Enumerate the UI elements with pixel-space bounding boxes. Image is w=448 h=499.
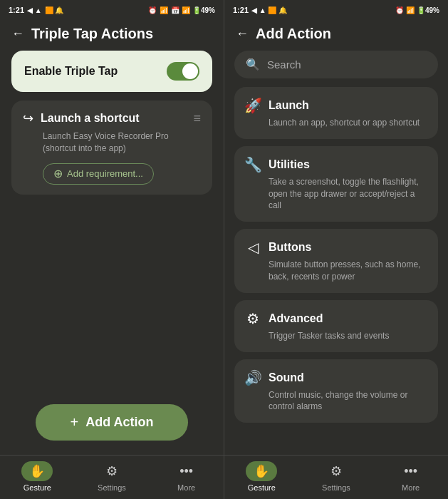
more-icon-wrap: ••• <box>171 461 202 481</box>
gesture-icon-wrap: ✋ <box>21 461 53 481</box>
settings-label: Settings <box>98 483 126 492</box>
launch-shortcut-icon: ↪ <box>23 110 33 126</box>
gesture-label: Gesture <box>24 483 51 492</box>
right-header: ← Add Action <box>224 20 448 51</box>
more-label: More <box>177 483 195 492</box>
right-gesture-label: Gesture <box>248 483 276 492</box>
enable-triple-tap-card: Enable Triple Tap <box>11 51 212 92</box>
gesture-icon: ✋ <box>29 463 45 479</box>
add-req-circle-icon: ⊕ <box>53 168 63 180</box>
utilities-icon: 🔧 <box>244 156 261 173</box>
action-card-desc: Launch Easy Voice Recorder Pro (shortcut… <box>43 130 201 155</box>
left-content: Enable Triple Tap ↪ Launch a shortcut ≡ … <box>0 51 224 455</box>
settings-icon: ⚙ <box>106 463 118 479</box>
add-req-label: Add requirement... <box>67 168 143 179</box>
status-left: 1:21 ◀ ▲ 🟧 🔔 <box>9 6 64 14</box>
right-nav-gesture[interactable]: ✋ Gesture <box>246 461 277 492</box>
right-settings-icon-wrap: ⚙ <box>321 461 352 481</box>
add-action-container: + Add Action <box>11 203 212 455</box>
action-item-utilities-header: 🔧 Utilities <box>244 156 428 173</box>
right-panel-title: Add Action <box>256 26 331 42</box>
utilities-desc: Take a screenshot, toggle the flashlight… <box>269 176 428 212</box>
toggle-knob <box>182 63 198 79</box>
action-item-sound-header: 🔊 Sound <box>244 369 428 386</box>
action-card-title: Launch a shortcut <box>41 112 140 125</box>
right-gesture-icon: ✋ <box>254 463 269 479</box>
buttons-title: Buttons <box>269 241 311 254</box>
action-item-buttons-header: ◁ Buttons <box>244 239 428 256</box>
search-icon: 🔍 <box>246 58 260 71</box>
right-nav-settings[interactable]: ⚙ Settings <box>321 461 352 492</box>
right-settings-icon: ⚙ <box>330 463 342 479</box>
left-panel: 1:21 ◀ ▲ 🟧 🔔 ⏰ 📶 📅 📶 🔋49% ← Triple Tap A… <box>0 0 224 499</box>
right-more-icon: ••• <box>404 464 417 479</box>
right-gesture-icon-wrap: ✋ <box>246 461 277 481</box>
right-status-bar: 1:21 ◀ ▲ 🟧 🔔 ⏰ 📶 🔋49% <box>224 0 448 20</box>
status-wifi-icon: 📶 <box>160 6 168 14</box>
advanced-icon: ⚙ <box>244 310 261 327</box>
drag-handle-icon[interactable]: ≡ <box>193 111 201 126</box>
add-action-button[interactable]: + Add Action <box>36 404 187 441</box>
toggle-label: Enable Triple Tap <box>24 65 118 78</box>
add-requirement-button[interactable]: ⊕ Add requirement... <box>43 163 154 185</box>
right-more-label: More <box>402 483 420 492</box>
advanced-desc: Trigger Tasker tasks and events <box>269 330 428 342</box>
action-item-advanced[interactable]: ⚙ Advanced Trigger Tasker tasks and even… <box>234 300 438 352</box>
action-item-utilities[interactable]: 🔧 Utilities Take a screenshot, toggle th… <box>234 146 438 222</box>
status-right-left: ⏰ 📶 📅 📶 🔋49% <box>148 6 215 14</box>
right-bottom-nav: ✋ Gesture ⚙ Settings ••• More <box>224 455 448 499</box>
left-nav-settings[interactable]: ⚙ Settings <box>96 461 127 492</box>
action-item-advanced-header: ⚙ Advanced <box>244 310 428 327</box>
sound-icon: 🔊 <box>244 369 261 386</box>
status-nav-icons: ◀ ▲ <box>27 6 42 14</box>
right-back-button[interactable]: ← <box>236 26 249 41</box>
enable-toggle[interactable] <box>167 62 199 81</box>
action-card-header: ↪ Launch a shortcut ≡ <box>23 110 201 126</box>
status-notif-icons: 🟧 🔔 <box>45 6 64 14</box>
utilities-title: Utilities <box>269 158 310 171</box>
action-item-sound[interactable]: 🔊 Sound Control music, change the volume… <box>234 359 438 423</box>
add-action-plus-icon: + <box>70 414 78 431</box>
right-settings-label: Settings <box>322 483 350 492</box>
status-alarm-icon: ⏰ <box>148 6 157 14</box>
action-item-launch[interactable]: 🚀 Launch Launch an app, shortcut or app … <box>234 87 438 139</box>
left-nav-gesture[interactable]: ✋ Gesture <box>21 461 53 492</box>
add-action-label: Add Action <box>85 415 153 430</box>
search-bar[interactable]: 🔍 Search <box>234 51 438 78</box>
left-panel-title: Triple Tap Actions <box>31 26 153 42</box>
right-battery: ⏰ 📶 🔋49% <box>395 6 439 14</box>
action-item-buttons[interactable]: ◁ Buttons Simulate button presses, such … <box>234 229 438 293</box>
search-placeholder[interactable]: Search <box>267 58 301 71</box>
right-content: 🔍 Search 🚀 Launch Launch an app, shortcu… <box>224 51 448 455</box>
status-battery-left: 📅 📶 🔋49% <box>171 6 215 14</box>
launch-desc: Launch an app, shortcut or app shortcut <box>269 117 428 129</box>
advanced-title: Advanced <box>269 312 323 325</box>
buttons-desc: Simulate button presses, such as home, b… <box>269 259 428 283</box>
action-card: ↪ Launch a shortcut ≡ Launch Easy Voice … <box>11 101 212 195</box>
action-item-launch-header: 🚀 Launch <box>244 97 428 114</box>
right-status-left: 1:21 ◀ ▲ 🟧 🔔 <box>233 6 287 14</box>
left-header: ← Triple Tap Actions <box>0 20 224 51</box>
right-status-right: ⏰ 📶 🔋49% <box>395 6 439 14</box>
buttons-icon: ◁ <box>244 239 261 256</box>
sound-title: Sound <box>269 371 304 384</box>
settings-icon-wrap: ⚙ <box>96 461 127 481</box>
left-back-button[interactable]: ← <box>11 26 24 41</box>
left-bottom-nav: ✋ Gesture ⚙ Settings ••• More <box>0 455 224 499</box>
more-icon: ••• <box>179 464 193 479</box>
right-panel: 1:21 ◀ ▲ 🟧 🔔 ⏰ 📶 🔋49% ← Add Action 🔍 Sea… <box>224 0 448 499</box>
left-status-bar: 1:21 ◀ ▲ 🟧 🔔 ⏰ 📶 📅 📶 🔋49% <box>0 0 224 20</box>
launch-title: Launch <box>269 99 309 112</box>
launch-icon: 🚀 <box>244 97 261 114</box>
right-nav-more[interactable]: ••• More <box>395 461 427 492</box>
left-nav-more[interactable]: ••• More <box>171 461 202 492</box>
status-time-left: 1:21 <box>9 6 24 14</box>
action-card-title-row: ↪ Launch a shortcut <box>23 110 140 126</box>
right-status-icons: ◀ ▲ 🟧 🔔 <box>251 6 287 14</box>
right-status-time: 1:21 <box>233 6 249 14</box>
sound-desc: Control music, change the volume or cont… <box>269 389 428 413</box>
right-more-icon-wrap: ••• <box>395 461 427 481</box>
